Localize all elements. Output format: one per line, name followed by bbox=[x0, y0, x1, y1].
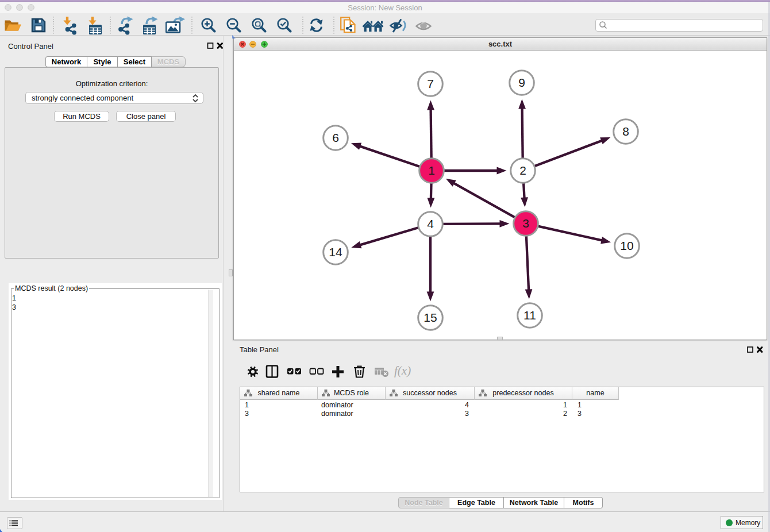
svg-text:7: 7 bbox=[427, 77, 434, 90]
svg-text:2: 2 bbox=[519, 164, 526, 177]
svg-text:3: 3 bbox=[522, 217, 529, 230]
svg-text:11: 11 bbox=[523, 309, 536, 322]
svg-text:15: 15 bbox=[424, 311, 437, 324]
svg-text:9: 9 bbox=[518, 76, 525, 89]
svg-text:8: 8 bbox=[622, 125, 629, 138]
svg-text:10: 10 bbox=[620, 239, 633, 252]
svg-text:14: 14 bbox=[329, 245, 342, 259]
svg-text:1: 1 bbox=[428, 164, 435, 177]
svg-text:4: 4 bbox=[427, 217, 434, 230]
svg-text:6: 6 bbox=[332, 131, 339, 144]
